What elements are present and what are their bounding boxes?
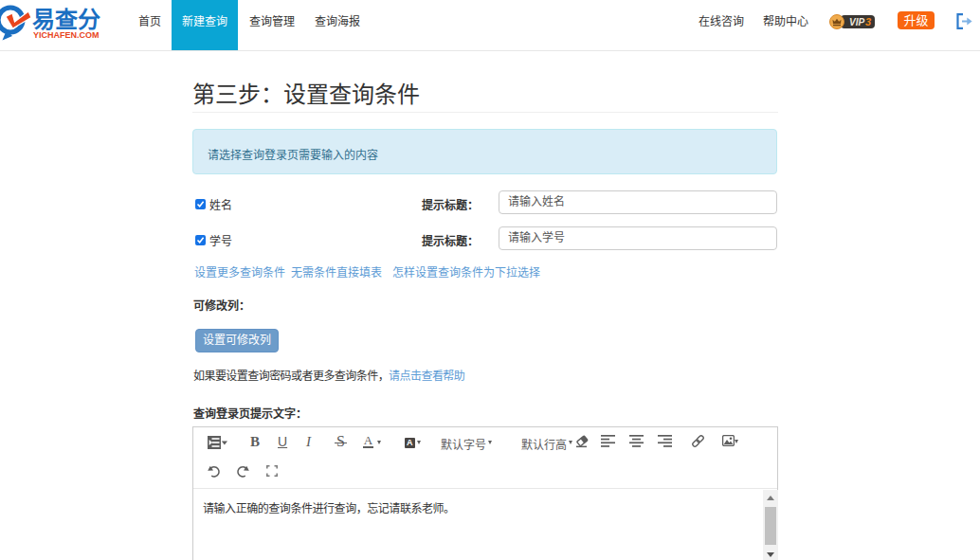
svg-text:3: 3 bbox=[865, 16, 871, 27]
svg-text:VIP: VIP bbox=[849, 17, 864, 27]
